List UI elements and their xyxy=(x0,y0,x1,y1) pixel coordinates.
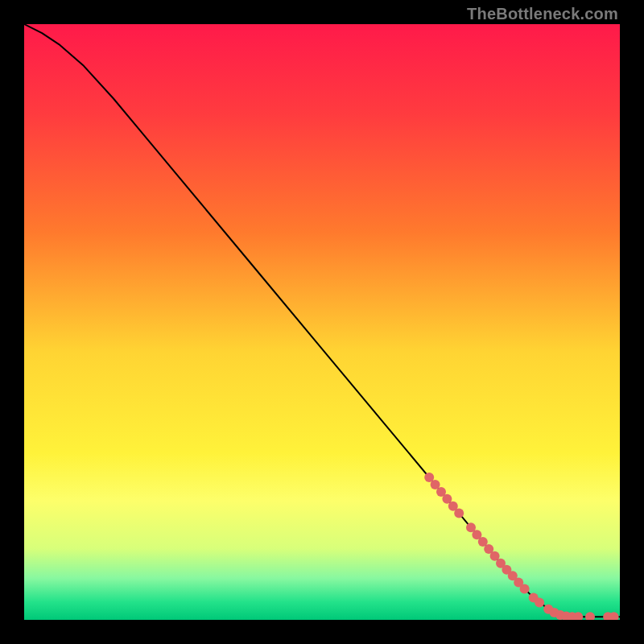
chart-frame: TheBottleneck.com xyxy=(0,0,644,644)
watermark-text: TheBottleneck.com xyxy=(467,5,618,23)
plot-area xyxy=(24,24,620,620)
gradient-background xyxy=(24,24,620,620)
